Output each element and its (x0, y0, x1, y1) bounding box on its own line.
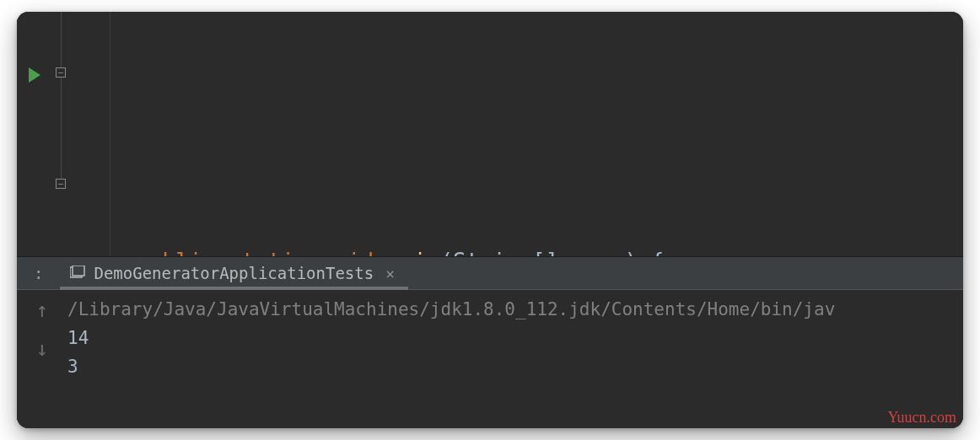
editor-gutter (17, 12, 67, 256)
tab-active-underline (60, 287, 408, 290)
run-toolstrip: : DemoGeneratorApplicationTests × (17, 256, 963, 290)
run-tab[interactable]: DemoGeneratorApplicationTests × (67, 257, 401, 289)
param-type: String (453, 243, 532, 256)
param-name: args (572, 243, 625, 256)
paren-close: ) { (625, 243, 665, 256)
fold-marker-bottom[interactable] (56, 179, 66, 189)
console-line: 14 (67, 324, 963, 352)
ide-window: public static void main ( String [] args… (17, 12, 963, 428)
arrow-up-icon[interactable]: ↑ (36, 300, 48, 320)
code-area[interactable]: public static void main ( String [] args… (67, 12, 963, 256)
brackets: [] (532, 243, 572, 256)
console-path: /Library/Java/JavaVirtualMachines/jdk1.8… (67, 295, 963, 324)
console-line: 3 (67, 352, 963, 381)
arrow-down-icon[interactable]: ↓ (36, 339, 48, 359)
run-icon[interactable] (29, 67, 40, 83)
fold-guide-line (61, 12, 62, 189)
keyword-void: void (320, 243, 374, 256)
watermark: Yuucn.com (888, 409, 956, 427)
tab-window-icon (70, 264, 85, 282)
code-editor[interactable]: public static void main ( String [] args… (17, 12, 963, 256)
console-gutter: ↑ ↓ (17, 290, 67, 428)
svg-rect-1 (73, 266, 84, 276)
code-line[interactable]: public static void main ( String [] args… (110, 243, 963, 256)
toolstrip-prefix: : (34, 264, 43, 282)
fold-marker-top[interactable] (56, 67, 66, 78)
keyword-static: static (229, 243, 308, 256)
keyword-public: public (136, 243, 215, 256)
console-panel: ↑ ↓ /Library/Java/JavaVirtualMachines/jd… (17, 290, 963, 428)
run-tab-label: DemoGeneratorApplicationTests (94, 264, 374, 282)
close-icon[interactable]: × (382, 265, 398, 282)
method-name: main (387, 243, 440, 256)
paren-open: ( (439, 243, 453, 256)
console-output[interactable]: /Library/Java/JavaVirtualMachines/jdk1.8… (67, 290, 963, 428)
